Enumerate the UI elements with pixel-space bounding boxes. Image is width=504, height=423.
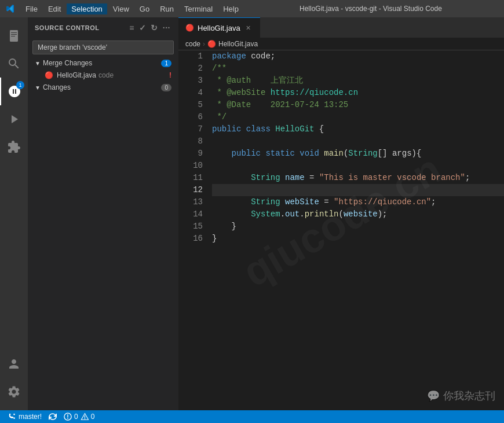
status-sync[interactable] (45, 410, 60, 423)
code-editor[interactable]: 1 2 3 4 5 6 7 8 9 10 11 12 13 14 15 16 p… (178, 50, 504, 410)
activity-settings[interactable] (0, 378, 28, 406)
merge-file-item[interactable]: 🔴 HelloGit.java code ! (28, 69, 178, 81)
code-line-7: public class HelloGit { (212, 123, 504, 135)
error-status-icon (64, 413, 72, 421)
menu-terminal[interactable]: Terminal (180, 3, 217, 14)
more-actions-button[interactable]: ··· (162, 22, 171, 34)
code-line-15: } (212, 220, 504, 233)
line-num-1: 1 (183, 50, 203, 62)
changes-section-header[interactable]: ▼ Changes 0 (28, 81, 178, 94)
refresh-button[interactable]: ↻ (149, 22, 159, 34)
code-line-4: * @webSite https://qiucode.cn (212, 87, 504, 99)
breadcrumb: code › 🔴 HelloGit.java (178, 38, 504, 50)
activity-source-control[interactable]: 1 (0, 78, 28, 105)
line-num-12: 12 (183, 184, 203, 196)
code-line-11: String name = "This is master vscode bra… (212, 172, 504, 184)
code-line-13: String webSite = "https://qiucode.cn"; (212, 196, 504, 208)
status-bar: master! 0 0 (0, 410, 504, 423)
code-line-16: } (212, 233, 504, 245)
code-line-1: package code; (212, 50, 504, 62)
code-line-8 (212, 135, 504, 148)
breadcrumb-code[interactable]: code (185, 40, 200, 48)
code-line-10 (212, 160, 504, 172)
editor-tab[interactable]: 🔴 HelloGit.java × (178, 17, 260, 38)
sidebar: SOURCE CONTROL ≡ ✓ ↻ ··· ▼ Merge Changes… (28, 17, 178, 410)
merge-changes-label: Merge Changes (43, 59, 92, 67)
file-name: HelloGit.java (57, 71, 96, 79)
line-num-13: 13 (183, 196, 203, 208)
status-branch[interactable]: master! (5, 410, 45, 423)
changes-label: Changes (43, 83, 71, 91)
line-num-10: 10 (183, 160, 203, 172)
file-path: code (98, 71, 114, 79)
merge-changes-title: ▼ Merge Changes (35, 59, 92, 67)
breadcrumb-error-icon: 🔴 (207, 40, 216, 48)
menu-go[interactable]: Go (135, 3, 154, 14)
line-num-11: 11 (183, 172, 203, 184)
merge-changes-badge: 1 (161, 60, 171, 67)
menu-file[interactable]: File (21, 3, 42, 14)
warning-count: 0 (91, 413, 95, 421)
menu-help[interactable]: Help (218, 3, 243, 14)
code-content[interactable]: package code; /** * @auth 上官江北 * @webSit… (207, 50, 504, 410)
titlebar-left: File Edit Selection View Go Run Terminal… (6, 3, 243, 14)
line-num-7: 7 (183, 123, 203, 135)
file-status: ! (169, 71, 171, 79)
sidebar-header: SOURCE CONTROL ≡ ✓ ↻ ··· (28, 17, 178, 38)
stage-all-button[interactable]: ≡ (128, 22, 136, 34)
activity-extensions[interactable] (0, 133, 28, 161)
code-line-5: * @Date 2021-07-24 13:25 (212, 99, 504, 111)
code-line-14: System.out.println(website); (212, 208, 504, 220)
commit-button[interactable]: ✓ (138, 22, 148, 34)
editor-area: 🔴 HelloGit.java × code › 🔴 HelloGit.java… (178, 17, 504, 410)
tab-error-icon: 🔴 (185, 24, 194, 32)
line-num-15: 15 (183, 220, 203, 233)
error-count: 0 (74, 413, 78, 421)
changes-title: ▼ Changes (35, 83, 71, 91)
menu-view[interactable]: View (108, 3, 134, 14)
line-num-14: 14 (183, 208, 203, 220)
code-line-9: public static void main(String[] args){ (212, 148, 504, 160)
code-line-3: * @auth 上官江北 (212, 75, 504, 87)
breadcrumb-sep1: › (203, 40, 205, 48)
line-numbers: 1 2 3 4 5 6 7 8 9 10 11 12 13 14 15 16 (178, 50, 207, 410)
main-layout: 1 SOURCE CONTROL ≡ ✓ ↻ (0, 17, 504, 410)
code-line-12 (212, 184, 504, 196)
line-num-16: 16 (183, 233, 203, 245)
commit-message-input[interactable] (32, 41, 174, 54)
sidebar-actions: ≡ ✓ ↻ ··· (128, 22, 171, 34)
activity-bottom-section (0, 350, 28, 410)
sync-icon (49, 413, 57, 421)
breadcrumb-file[interactable]: HelloGit.java (218, 40, 258, 48)
activity-bar: 1 (0, 17, 28, 410)
line-num-4: 4 (183, 87, 203, 99)
titlebar: File Edit Selection View Go Run Terminal… (0, 0, 504, 17)
sidebar-title: SOURCE CONTROL (35, 24, 100, 31)
tab-bar: 🔴 HelloGit.java × (178, 17, 504, 38)
merge-changes-section-header[interactable]: ▼ Merge Changes 1 (28, 57, 178, 69)
menu-run[interactable]: Run (155, 3, 178, 14)
window-title: HelloGit.java - vscode-git - Visual Stud… (243, 5, 498, 13)
vscode-logo-icon (6, 4, 15, 13)
branch-name: master! (19, 413, 42, 421)
line-num-8: 8 (183, 135, 203, 148)
line-num-5: 5 (183, 99, 203, 111)
menu-edit[interactable]: Edit (43, 3, 65, 14)
changes-badge: 0 (161, 84, 171, 91)
warning-status-icon (81, 413, 89, 421)
activity-search[interactable] (0, 50, 28, 78)
activity-explorer[interactable] (0, 22, 28, 50)
line-num-3: 3 (183, 75, 203, 87)
tab-close-button[interactable]: × (244, 23, 253, 32)
activity-account[interactable] (0, 350, 28, 378)
menu-selection[interactable]: Selection (67, 3, 107, 14)
error-icon: 🔴 (44, 71, 53, 80)
code-line-6: */ (212, 111, 504, 123)
status-errors[interactable]: 0 0 (60, 410, 98, 423)
activity-run[interactable] (0, 105, 28, 133)
tab-title: HelloGit.java (198, 24, 240, 32)
line-num-9: 9 (183, 148, 203, 160)
code-line-2: /** (212, 62, 504, 75)
line-num-2: 2 (183, 62, 203, 75)
source-control-badge: 1 (16, 81, 24, 89)
